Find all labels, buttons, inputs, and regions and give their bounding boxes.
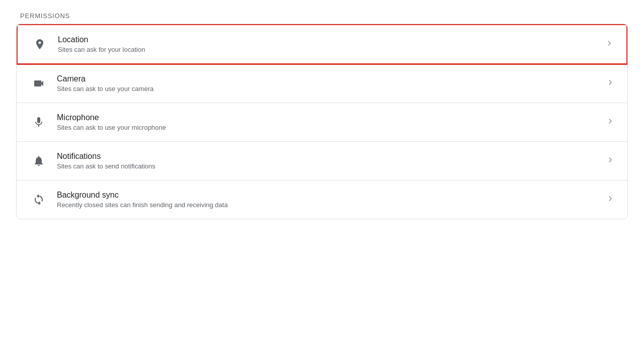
microphone-item[interactable]: Microphone Sites can ask to use your mic… (17, 103, 627, 142)
permissions-container: Permissions Location Sites can ask for y… (0, 0, 644, 231)
camera-item[interactable]: Camera Sites can ask to use your camera (17, 64, 627, 103)
camera-icon-wrapper (29, 77, 49, 90)
camera-chevron (605, 77, 615, 90)
background-sync-chevron (605, 194, 615, 206)
notifications-text: Notifications Sites can ask to send noti… (57, 152, 597, 170)
microphone-icon (33, 116, 45, 128)
camera-icon (33, 77, 45, 90)
location-icon-wrapper (30, 38, 50, 50)
location-title: Location (58, 35, 596, 44)
notifications-subtitle: Sites can ask to send notifications (57, 162, 597, 170)
location-icon (34, 38, 46, 50)
notifications-title: Notifications (57, 152, 597, 161)
location-chevron (604, 38, 614, 50)
permissions-list: Location Sites can ask for your location… (16, 24, 628, 219)
location-subtitle: Sites can ask for your location (58, 46, 596, 53)
section-title: Permissions (16, 12, 628, 20)
microphone-subtitle: Sites can ask to use your microphone (57, 124, 597, 131)
microphone-chevron (605, 116, 615, 128)
background-sync-text: Background sync Recently closed sites ca… (57, 191, 597, 209)
camera-subtitle: Sites can ask to use your camera (57, 85, 597, 93)
microphone-text: Microphone Sites can ask to use your mic… (57, 113, 597, 131)
microphone-title: Microphone (57, 113, 597, 122)
camera-text: Camera Sites can ask to use your camera (57, 74, 597, 93)
background-sync-title: Background sync (57, 191, 597, 200)
camera-title: Camera (57, 74, 597, 83)
sync-icon (33, 194, 45, 206)
notifications-chevron (605, 155, 615, 167)
background-sync-icon-wrapper (29, 194, 49, 206)
location-text: Location Sites can ask for your location (58, 35, 596, 53)
background-sync-item[interactable]: Background sync Recently closed sites ca… (17, 181, 627, 219)
location-item[interactable]: Location Sites can ask for your location (16, 24, 628, 65)
bell-icon (33, 155, 45, 167)
notifications-item[interactable]: Notifications Sites can ask to send noti… (17, 142, 627, 181)
notifications-icon-wrapper (29, 155, 49, 167)
microphone-icon-wrapper (29, 116, 49, 128)
background-sync-subtitle: Recently closed sites can finish sending… (57, 201, 597, 209)
